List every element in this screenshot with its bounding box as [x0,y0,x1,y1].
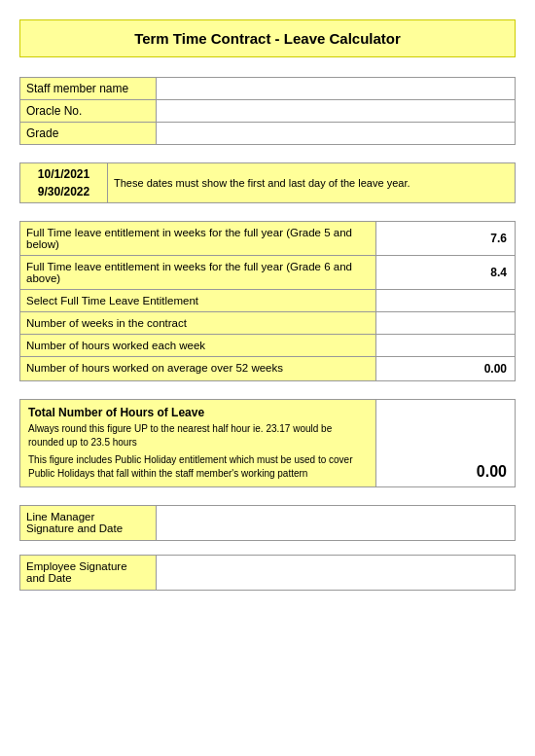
calc-desc: Number of weeks in the contract [20,312,376,335]
calc-table: Full Time leave entitlement in weeks for… [19,221,516,381]
info-row: Oracle No. [20,100,516,123]
sig-label: Line ManagerSignature and Date [20,506,157,541]
calc-value: 0.00 [376,357,516,381]
calc-row: Number of hours worked each week [20,335,516,357]
calc-desc: Number of hours worked on average over 5… [20,357,376,381]
calc-row: Select Full Time Leave Entitlement [20,290,516,312]
dates-row: 10/1/2021 9/30/2022 These dates must sho… [20,163,516,203]
calc-value[interactable] [376,312,516,335]
calc-desc: Select Full Time Leave Entitlement [20,290,376,312]
calc-row: Number of hours worked on average over 5… [20,357,516,381]
total-table: Total Number of Hours of Leave Always ro… [19,399,516,487]
info-value[interactable] [157,78,516,100]
total-row: Total Number of Hours of Leave Always ro… [20,400,516,487]
dates-table: 10/1/2021 9/30/2022 These dates must sho… [19,162,516,203]
page-title: Term Time Contract - Leave Calculator [19,19,516,57]
calc-desc: Full Time leave entitlement in weeks for… [20,256,376,290]
sig-row: Employee Signatureand Date [20,556,516,591]
info-table: Staff member name Oracle No. Grade [19,77,516,145]
total-title: Total Number of Hours of Leave [28,406,368,419]
info-value[interactable] [157,123,516,145]
calc-value: 8.4 [376,256,516,290]
sig-value[interactable] [157,506,516,541]
signatures-container: Line ManagerSignature and Date Employee … [19,505,516,591]
info-value[interactable] [157,100,516,123]
total-value: 0.00 [376,400,516,487]
total-note2: This figure includes Public Holiday enti… [28,453,368,481]
info-row: Staff member name [20,78,516,100]
total-note1: Always round this figure UP to the neare… [28,422,368,450]
dates-note: These dates must show the first and last… [108,163,516,203]
calc-desc: Full Time leave entitlement in weeks for… [20,222,376,256]
calc-value: 7.6 [376,222,516,256]
info-label: Staff member name [20,78,157,100]
calc-row: Number of weeks in the contract [20,312,516,335]
calc-value[interactable] [376,290,516,312]
calc-row: Full Time leave entitlement in weeks for… [20,222,516,256]
signature-table-0: Line ManagerSignature and Date [19,505,516,541]
total-description: Total Number of Hours of Leave Always ro… [20,400,376,487]
info-row: Grade [20,123,516,145]
calc-value[interactable] [376,335,516,357]
sig-row: Line ManagerSignature and Date [20,506,516,541]
calc-desc: Number of hours worked each week [20,335,376,357]
info-label: Oracle No. [20,100,157,123]
info-label: Grade [20,123,157,145]
page-wrapper: Term Time Contract - Leave Calculator St… [19,19,516,591]
signature-table-1: Employee Signatureand Date [19,555,516,591]
calc-row: Full Time leave entitlement in weeks for… [20,256,516,290]
date-start: 10/1/2021 9/30/2022 [20,163,108,203]
sig-label: Employee Signatureand Date [20,556,157,591]
sig-value[interactable] [157,556,516,591]
